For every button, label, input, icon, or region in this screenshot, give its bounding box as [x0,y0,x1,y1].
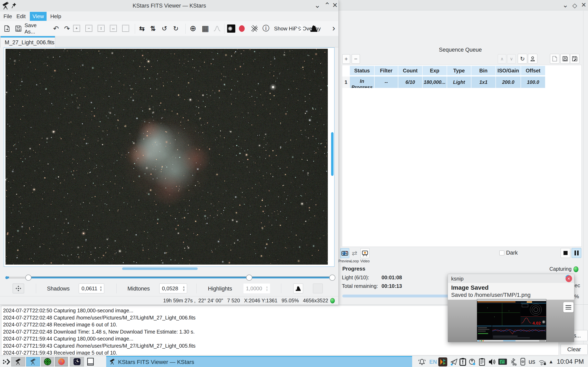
save-as-button[interactable]: Save As... [25,25,48,33]
tray-telegram-icon[interactable] [450,358,458,366]
crosshair-icon[interactable]: ⊕ [188,24,198,33]
stretch-preview-icon[interactable] [227,25,235,33]
pixel-grid-icon[interactable]: ▦ [200,24,210,33]
highlights-spinbox[interactable]: 1,0000 ∧∨ [243,284,270,293]
zoom-fit-height-icon[interactable]: ↕ [98,25,104,32]
column-type[interactable]: Type [447,66,471,75]
save-sequence-as-button[interactable] [570,54,579,64]
redo-icon[interactable]: ↷ [62,24,71,33]
column-bin[interactable]: Bin [471,66,496,75]
tray-updates-icon[interactable] [468,358,476,366]
app-launcher-button[interactable] [2,358,11,366]
tray-bluetooth-icon[interactable] [509,358,518,366]
tray-expand-caret[interactable]: ▲ [549,359,553,365]
toggle-stretch-button[interactable] [293,284,303,293]
shadows-slider-handle[interactable] [25,275,31,281]
fits-close-button[interactable]: × [331,0,339,10]
tray-clipboard-icon[interactable] [478,358,486,366]
center-telescope-icon[interactable] [295,23,305,34]
launcher-phd2[interactable] [41,357,54,366]
ekos-close-button[interactable]: × [580,0,588,9]
ekos-titlebar[interactable] [339,0,588,10]
menu-edit[interactable]: Edit [15,12,27,21]
rotate-right-icon[interactable]: ↻ [171,24,181,33]
open-file-button[interactable] [3,25,11,33]
shadows-value[interactable]: 0,0611 [79,285,98,292]
column-status[interactable]: Status [350,66,375,75]
notification-menu-button[interactable] [563,302,573,312]
column-count[interactable]: Count [398,66,423,75]
dark-checkbox[interactable] [499,250,504,255]
menu-view[interactable]: View [30,12,47,21]
mark-stars-icon[interactable] [250,24,259,33]
fits-info-icon[interactable]: ⓘ [261,24,270,33]
dark-label[interactable]: Dark [506,250,518,256]
shadows-spin-arrows[interactable]: ∧∨ [98,286,104,291]
job-down-button[interactable]: ∨ [507,54,516,64]
remove-job-button[interactable]: − [352,54,360,64]
column-iso-gain[interactable]: ISO/Gain [496,66,521,75]
ekos-maximize-button[interactable]: ◇ [571,1,579,10]
ksnip-notification[interactable]: ksnip × Image Saved Saved to /home/user/… [448,274,574,342]
tray-ksnip-icon[interactable] [438,357,447,366]
add-job-button[interactable]: + [342,54,350,64]
column-offset[interactable]: Offset [521,66,545,75]
clear-log-button[interactable]: Clear [561,344,588,355]
auto-stretch-button[interactable] [313,284,323,293]
loop-button[interactable]: ⇄ [350,248,359,258]
shadows-spinbox[interactable]: 0,0611 ∧∨ [79,284,104,293]
reset-queue-button[interactable]: ↻ [518,54,527,64]
tray-alert-clipboard-icon[interactable] [459,358,467,366]
midtones-slider-handle[interactable] [246,275,252,281]
highlights-value[interactable]: 1,0000 [243,285,264,292]
zoom-in-icon[interactable]: + [73,25,80,32]
fits-image-canvas[interactable] [6,49,328,265]
ekos-minimize-button[interactable]: ⌄ [561,0,570,9]
histogram-icon[interactable] [309,24,319,33]
tray-volume-icon[interactable] [488,358,496,366]
pin-icon[interactable] [11,2,17,8]
preview-button[interactable] [340,248,349,258]
zoom-out-icon[interactable]: − [85,25,92,32]
video-button[interactable] [361,248,370,258]
notification-close-button[interactable]: × [566,275,572,282]
zoom-default-icon[interactable] [122,25,129,32]
column-exp[interactable]: Exp [423,66,447,75]
menu-file[interactable]: File [2,12,14,21]
vertical-scrollbar[interactable] [331,132,334,176]
taskbar-task-kstars[interactable]: KStars FITS Viewer — KStars [106,356,412,367]
rotate-left-icon[interactable]: ↺ [160,24,169,33]
undo-icon[interactable]: ↶ [52,24,61,33]
midtones-spin-arrows[interactable]: ∧∨ [181,286,187,291]
observer-button[interactable] [528,54,537,64]
tray-notifications-icon[interactable] [418,358,426,365]
launcher-firefox[interactable] [55,357,68,366]
toolbar-overflow-icon[interactable]: › [330,23,338,33]
fits-minimize-button[interactable]: ⌄ [313,0,322,10]
sequence-row[interactable]: 1 In Progress -- 6/10 180,000... Light 1… [342,76,545,88]
gaussian-curve-icon[interactable] [212,24,222,33]
open-sequence-button[interactable] [550,54,559,64]
record-indicator-icon[interactable] [239,25,245,32]
zoom-fit-width-icon[interactable]: ↔ [110,25,117,32]
tray-keyboard-indicator[interactable]: EN [429,359,437,365]
launcher-stellarium[interactable] [70,357,84,366]
launcher-kstars[interactable] [11,357,25,366]
flip-vertical-icon[interactable]: ⇅ [148,24,158,33]
tray-clock[interactable]: 10:04 PM [557,358,584,365]
save-sequence-button[interactable] [561,54,570,64]
fits-maximize-button[interactable]: ⌃ [323,0,332,10]
save-button[interactable] [14,25,22,33]
highlights-slider-handle[interactable] [329,275,335,281]
tray-kdeconnect-icon[interactable] [519,358,526,366]
stop-capture-button[interactable] [561,248,570,258]
job-up-button[interactable]: ∧ [498,54,506,64]
launcher-kstars-active[interactable] [26,357,40,366]
show-desktop-icon[interactable] [87,358,94,366]
tray-network-icon[interactable] [537,358,547,366]
pan-mode-button[interactable] [13,284,24,293]
fits-tab[interactable]: M_27_Light_006.fits × [0,36,55,47]
stretch-slider-track[interactable] [6,277,334,279]
highlights-spin-arrows[interactable]: ∧∨ [264,286,270,291]
tray-display-icon[interactable] [498,359,507,365]
